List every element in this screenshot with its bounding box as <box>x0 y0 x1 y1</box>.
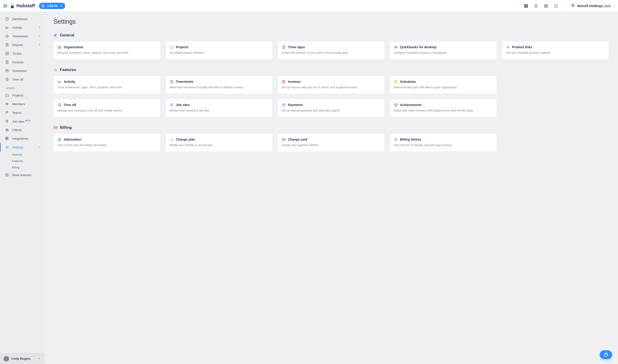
timer-pill[interactable]: 1:56:26 <box>39 3 65 9</box>
card-title: Change plan <box>176 138 195 141</box>
pie-icon <box>5 77 9 81</box>
nav-dashboard[interactable]: Dashboard <box>0 14 44 23</box>
card-timer-apps[interactable]: Timer apps Control the behavior of your … <box>278 41 385 59</box>
nav-jobsites[interactable]: Job sitesBETA <box>0 117 44 126</box>
card-invoices[interactable]: Invoices Set up invoices with your tax I… <box>278 76 385 94</box>
card-schedules[interactable]: Schedules Determine who gets shift alert… <box>390 76 497 94</box>
card-organization[interactable]: Organization Edit your company's name, a… <box>54 41 161 59</box>
card-quickbooks[interactable]: Quickbooks for desktop Configure Hubstaf… <box>390 41 497 59</box>
nav-label: Timesheets <box>12 35 28 38</box>
card-title: Information <box>64 138 81 141</box>
clock-icon <box>169 80 174 84</box>
brand-name: Hubstaff <box>16 3 35 8</box>
card-achievements[interactable]: Achievements Award your team members wit… <box>390 99 497 117</box>
nav-timesheets[interactable]: Timesheets <box>0 32 44 40</box>
nav-label: Members <box>12 102 25 106</box>
money-icon <box>282 103 286 107</box>
card-grid-billing: Information View current plan and billin… <box>54 133 609 152</box>
brand-logo[interactable]: Hubstaff <box>10 3 35 9</box>
gift-icon[interactable] <box>544 4 548 8</box>
plus-icon <box>5 173 9 177</box>
card-timesheets[interactable]: Timesheets Allow team members to modify … <box>165 76 273 94</box>
calendar-icon <box>394 80 398 84</box>
card-title: Activity <box>64 80 75 83</box>
nav-label: More features <box>12 173 31 177</box>
nav-integrations[interactable]: Integrations <box>0 134 44 143</box>
top-header: Hubstaff 1:56:26 Netsoft Holdings, LLC <box>0 0 618 12</box>
nav-schedules[interactable]: Schedules <box>0 66 44 75</box>
section-title: Billing <box>60 125 72 130</box>
nav-settings-sub: General Features Billing <box>0 152 44 171</box>
nav-timeoff[interactable]: Time off <box>0 75 44 84</box>
card-time-off[interactable]: Time off Manage your company's time off … <box>54 99 161 117</box>
card-desc: Modify your monthly or annual plan <box>169 143 269 147</box>
calendar-icon <box>5 69 9 73</box>
card-billing-info[interactable]: Information View current plan and billin… <box>54 133 161 152</box>
main-content: Settings General Organization Edit your … <box>44 12 618 364</box>
nav-admin-label: ADMIN <box>0 84 44 91</box>
card-change-card[interactable]: Change card Update your payment method <box>278 133 385 152</box>
nav-label: Activity <box>12 26 22 29</box>
org-switcher[interactable]: Netsoft Holdings, LLC <box>570 3 615 8</box>
menu-toggle-icon[interactable] <box>3 4 7 8</box>
card-billing-history[interactable]: Billing history View records of charges … <box>390 133 497 152</box>
card-desc: Restrict time tracking to job sites <box>169 109 269 113</box>
nav-list: Dashboard Activity Timesheets Reports To… <box>0 12 44 353</box>
nav-label: Teams <box>12 111 21 115</box>
help-fab[interactable] <box>600 350 612 359</box>
card-change-plan[interactable]: Change plan Modify your monthly or annua… <box>165 133 273 152</box>
logo-mark-icon <box>10 3 15 9</box>
stopwatch-icon <box>41 4 45 8</box>
nav-teams[interactable]: Teams <box>0 108 44 117</box>
section-general: General Organization Edit your company's… <box>54 33 609 59</box>
card-title: Achievements <box>400 103 422 107</box>
nav-reports[interactable]: Reports <box>0 40 44 49</box>
qb-icon <box>394 45 398 49</box>
chevron-left-icon <box>38 43 41 47</box>
org-avatar-icon <box>570 3 576 8</box>
card-title: Job sites <box>176 103 190 107</box>
card-job-sites[interactable]: Job sites Restrict time tracking to job … <box>165 99 273 117</box>
nav-members[interactable]: Members <box>0 100 44 108</box>
svg-point-42 <box>572 5 574 6</box>
card-activity[interactable]: Activity Track screenshots, apps, URLs, … <box>54 76 161 94</box>
card-title: Billing history <box>400 138 421 141</box>
nav-more-features[interactable]: More features <box>0 171 44 179</box>
nav-clients[interactable]: Clients <box>0 126 44 134</box>
nav-sub-billing[interactable]: Billing <box>12 164 44 171</box>
star-icon <box>54 68 58 72</box>
trophy-icon <box>394 103 398 107</box>
link-icon <box>506 45 510 49</box>
nav-label: Clients <box>12 128 22 132</box>
help-icon[interactable] <box>524 4 528 8</box>
section-billing: Billing Information View current plan an… <box>54 125 609 152</box>
nav-invoices[interactable]: Invoices <box>0 58 44 66</box>
nav-sub-general[interactable]: General <box>12 152 44 158</box>
folder-icon <box>169 45 174 49</box>
nav-label: Job sitesBETA <box>12 119 31 123</box>
card-grid-features: Activity Track screenshots, apps, URLs, … <box>54 76 609 117</box>
nav-todos[interactable]: To-dos <box>0 49 44 58</box>
folder-icon <box>5 93 9 97</box>
card-desc: Manage your company's time off and holid… <box>57 109 157 113</box>
bell-icon[interactable] <box>534 4 538 8</box>
section-title: General <box>60 33 74 38</box>
org-icon <box>57 45 61 49</box>
card-desc: View current plan and billing informatio… <box>57 143 157 147</box>
nav-projects[interactable]: Projects <box>0 91 44 100</box>
card-projects[interactable]: Projects Set default project members <box>165 41 273 59</box>
card-desc: Set default project members <box>169 51 269 55</box>
card-desc: Award your team members with badges when… <box>394 109 493 113</box>
card-payments[interactable]: Payments Set up manual payments and auto… <box>278 99 385 117</box>
nav-sub-features[interactable]: Features <box>12 158 44 164</box>
card-product-links[interactable]: Product links Link your Hubstaff product… <box>502 41 609 59</box>
section-features: Features Activity Track screenshots, app… <box>54 67 609 117</box>
nav-label: Settings <box>12 146 24 149</box>
apps-grid-icon[interactable] <box>554 4 558 8</box>
nav-settings[interactable]: Settings <box>0 143 44 152</box>
user-menu[interactable]: Cody Rogers <box>0 353 44 364</box>
nav-activity[interactable]: Activity <box>0 23 44 32</box>
page-title: Settings <box>54 18 609 25</box>
card-title: Timer apps <box>288 45 305 49</box>
nav-label: Integrations <box>12 137 28 140</box>
